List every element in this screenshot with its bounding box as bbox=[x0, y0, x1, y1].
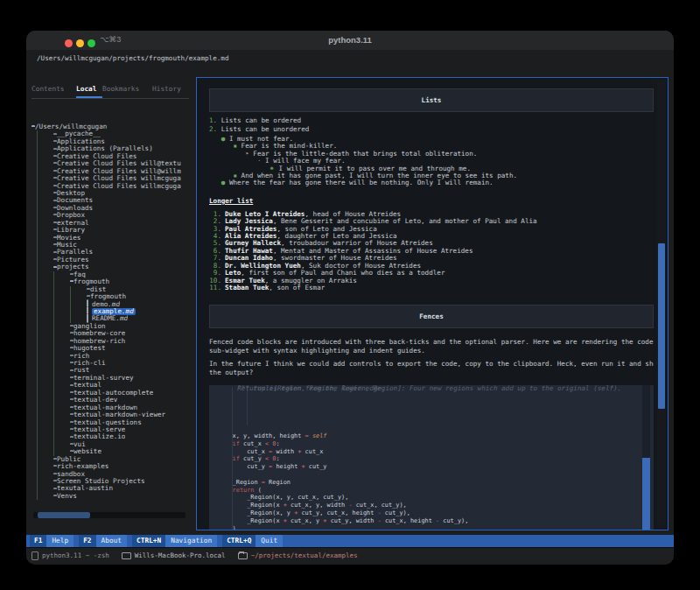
tree-row[interactable]: Movies bbox=[32, 235, 194, 242]
tree-row[interactable]: Desktop bbox=[32, 190, 194, 197]
tree-guide bbox=[37, 375, 53, 382]
tree-row[interactable]: Creative Cloud Files willmcguga bbox=[32, 183, 194, 190]
tree-row[interactable]: /Users/willmcgugan bbox=[32, 123, 194, 130]
tree-row[interactable]: dist bbox=[32, 286, 194, 293]
tree-row[interactable]: README.md bbox=[32, 315, 194, 322]
tree-row[interactable]: demo.md bbox=[32, 301, 194, 308]
tree-row[interactable]: rich-cli bbox=[32, 360, 194, 367]
footer-action-quit[interactable]: Quit bbox=[256, 535, 283, 547]
tree-row[interactable]: rich bbox=[32, 353, 194, 360]
footer-key-navigation[interactable]: CTRL+N bbox=[132, 535, 165, 547]
tree-row[interactable]: textual-markdown-viewer bbox=[32, 411, 194, 418]
tree-row[interactable]: projects bbox=[32, 263, 194, 270]
tree-row[interactable]: Public bbox=[32, 456, 194, 463]
tab-local[interactable]: Local bbox=[76, 85, 96, 93]
bullet-marker: ● bbox=[221, 179, 229, 186]
tree-guide bbox=[37, 308, 53, 315]
tree-row[interactable]: Pictures bbox=[32, 256, 194, 263]
tree-row[interactable]: sandbox bbox=[32, 471, 194, 478]
footer-action-navigation[interactable]: Navigation bbox=[165, 535, 217, 547]
tree-row[interactable]: Screen Studio Projects bbox=[32, 478, 194, 485]
tree-horizontal-scrollbar[interactable] bbox=[33, 512, 186, 518]
title-bar[interactable]: ⌥⌘3 python3.11 bbox=[26, 31, 674, 50]
tree-guide bbox=[37, 168, 53, 175]
tree-row[interactable]: rust bbox=[32, 367, 194, 374]
tree-row[interactable]: Venvs bbox=[32, 493, 194, 500]
tree-row-label: Music bbox=[57, 242, 77, 249]
tree-row[interactable]: Creative Cloud Files will@willm bbox=[32, 168, 194, 175]
tree-guide bbox=[37, 271, 53, 278]
tree-row[interactable]: texutal-austin bbox=[32, 485, 194, 492]
tree-row-label: textual-serve bbox=[74, 426, 125, 433]
footer-action-about[interactable]: About bbox=[96, 535, 127, 547]
tree-row[interactable]: textual-questions bbox=[32, 419, 194, 426]
tree-guide bbox=[37, 175, 53, 182]
tree-row[interactable]: textual bbox=[32, 382, 194, 389]
tree-row[interactable]: vui bbox=[32, 441, 194, 448]
tree-row[interactable]: Applications bbox=[32, 138, 194, 145]
tree-guide bbox=[37, 212, 53, 219]
document-scrollbar[interactable] bbox=[657, 80, 666, 528]
tree-guide bbox=[37, 323, 53, 330]
document-scrollbar-thumb[interactable] bbox=[658, 243, 665, 409]
footer-action-help[interactable]: Help bbox=[46, 535, 74, 547]
footer-key-help[interactable]: F1 bbox=[30, 535, 46, 547]
tab-history[interactable]: History bbox=[152, 85, 181, 93]
code-block[interactable]: is taken from the lower edge. Returns: t… bbox=[209, 385, 654, 530]
tree-row[interactable]: website bbox=[32, 448, 194, 455]
tree-guide bbox=[53, 397, 70, 404]
tree-guide bbox=[53, 308, 70, 315]
tree-guide bbox=[53, 301, 70, 308]
tree-row[interactable]: textual-autocomplete bbox=[32, 390, 194, 397]
tree-row[interactable]: Downloads bbox=[32, 205, 194, 212]
tree-row[interactable]: __pycache__ bbox=[32, 130, 194, 137]
tab-contents[interactable]: Contents bbox=[32, 85, 65, 93]
tree-row[interactable]: terminal-survey bbox=[32, 375, 194, 382]
tree-row[interactable]: textual-markdown bbox=[32, 404, 194, 411]
code-scrollbar[interactable] bbox=[642, 385, 650, 530]
tree-row[interactable]: external bbox=[32, 220, 194, 227]
tree-guide bbox=[70, 315, 87, 322]
tree-row[interactable]: Dropbox bbox=[32, 212, 194, 219]
tree-row[interactable]: hugotest bbox=[32, 345, 194, 352]
tree-row[interactable]: ganglion bbox=[32, 323, 194, 330]
tree-row[interactable]: example.md bbox=[32, 308, 194, 315]
tree-row[interactable]: Applications (Parallels) bbox=[32, 145, 194, 152]
tree-row[interactable]: Creative Cloud Files will@textu bbox=[32, 160, 194, 167]
tree-row[interactable]: textual-serve bbox=[32, 426, 194, 433]
tree-guide bbox=[37, 190, 53, 197]
tree-row[interactable]: homebrew-core bbox=[32, 330, 194, 337]
tree-guide bbox=[37, 153, 53, 160]
bullet-list-item: ● Where the fear has gone there will be … bbox=[209, 179, 654, 186]
tree-guide bbox=[37, 463, 53, 470]
file-tree[interactable]: /Users/willmcgugan__pycache__Application… bbox=[32, 123, 194, 514]
tab-bookmarks[interactable]: Bookmarks bbox=[102, 85, 139, 93]
tree-row[interactable]: frogmouth bbox=[32, 293, 194, 300]
tree-row[interactable]: Parallels bbox=[32, 249, 194, 256]
tree-guide bbox=[70, 301, 87, 308]
list-number: 2. bbox=[209, 125, 221, 133]
tree-row[interactable]: Creative Cloud Files bbox=[32, 153, 194, 160]
footer-key-quit[interactable]: CTRL+Q bbox=[222, 535, 256, 547]
tree-row[interactable]: faq bbox=[32, 271, 194, 278]
tree-row[interactable]: textualize.io bbox=[32, 433, 194, 440]
tree-row-label: textual bbox=[74, 382, 102, 389]
tree-row[interactable]: rich-examples bbox=[32, 463, 194, 470]
window-title: python3.11 bbox=[26, 35, 674, 45]
tree-row[interactable]: textual-dev bbox=[32, 397, 194, 404]
tree-guide bbox=[37, 441, 53, 448]
tree-row[interactable]: homebrew-rich bbox=[32, 338, 194, 345]
list-number: 11. bbox=[209, 284, 221, 291]
tree-row[interactable]: Library bbox=[32, 227, 194, 234]
code-scrollbar-thumb[interactable] bbox=[642, 458, 650, 530]
tree-row[interactable]: Documents bbox=[32, 197, 194, 204]
tree-row[interactable]: frogmouth bbox=[32, 278, 194, 285]
tree-row-label: rich-examples bbox=[57, 463, 108, 470]
tree-guide bbox=[37, 160, 53, 167]
tree-row[interactable]: Creative Cloud Files willmcguga bbox=[32, 175, 194, 182]
footer-key-about[interactable]: F2 bbox=[79, 535, 95, 547]
bullet-list: ● I must not fear. ▪ Fear is the mind-ki… bbox=[209, 136, 654, 187]
tree-row-label: example.md bbox=[92, 308, 136, 315]
tree-horizontal-scrollbar-thumb[interactable] bbox=[38, 512, 90, 518]
tree-row[interactable]: Music bbox=[32, 242, 194, 249]
